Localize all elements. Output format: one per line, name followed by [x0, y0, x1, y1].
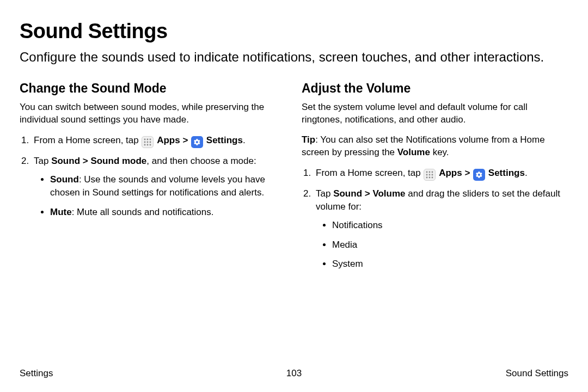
svg-point-13 — [429, 174, 431, 176]
tip-volume-key: Volume — [397, 147, 430, 157]
steps-list: From a Home screen, tap Apps > Settings.… — [20, 134, 286, 218]
settings-label: Settings — [488, 168, 525, 178]
page-intro: Configure the sounds used to indicate no… — [20, 48, 568, 66]
right-column: Adjust the Volume Set the system volume … — [302, 81, 568, 277]
step-bold: Sound > Sound mode — [51, 156, 146, 166]
step-text: From a Home screen, tap — [316, 168, 423, 178]
bullet-list: Notifications Media System — [316, 219, 568, 271]
svg-point-5 — [150, 142, 151, 143]
svg-point-0 — [144, 139, 146, 140]
step-text: From a Home screen, tap — [34, 135, 141, 145]
svg-point-1 — [147, 139, 149, 140]
tip-paragraph: Tip: You can also set the Notifications … — [302, 134, 568, 159]
chevron-text: > — [180, 135, 191, 145]
svg-point-2 — [150, 139, 151, 140]
apps-label: Apps — [157, 135, 180, 145]
apps-label: Apps — [439, 168, 462, 178]
page-footer: Settings 103 Sound Settings — [20, 368, 568, 379]
bullet-bold: Sound — [50, 174, 79, 185]
bullet-item: System — [332, 258, 568, 271]
footer-right: Sound Settings — [506, 368, 568, 379]
svg-point-9 — [426, 171, 428, 173]
step-bold: Sound > Volume — [333, 188, 405, 199]
svg-point-6 — [144, 144, 146, 146]
step-item: From a Home screen, tap Apps > Settings. — [314, 167, 568, 181]
svg-point-11 — [432, 171, 433, 173]
apps-icon — [142, 136, 154, 148]
step-item: Tap Sound > Volume and drag the sliders … — [314, 187, 568, 271]
section-desc: You can switch between sound modes, whil… — [20, 101, 286, 126]
bullet-item: Notifications — [332, 219, 568, 232]
svg-point-14 — [432, 174, 433, 176]
step-text: , and then choose a mode: — [146, 156, 256, 166]
svg-point-12 — [426, 174, 428, 176]
svg-point-3 — [144, 142, 146, 143]
bullet-list: Sound: Use the sounds and volume levels … — [34, 173, 286, 218]
content-columns: Change the Sound Mode You can switch bet… — [20, 81, 568, 277]
svg-point-7 — [147, 144, 149, 146]
settings-label: Settings — [206, 135, 243, 145]
left-column: Change the Sound Mode You can switch bet… — [20, 81, 286, 277]
bullet-item: Sound: Use the sounds and volume levels … — [50, 173, 286, 199]
svg-point-17 — [432, 177, 433, 179]
svg-point-15 — [426, 177, 428, 179]
step-text: . — [525, 168, 528, 178]
footer-page-number: 103 — [286, 368, 302, 379]
bullet-text: : Mute all sounds and notifications. — [72, 207, 214, 217]
section-desc: Set the system volume level and default … — [302, 101, 568, 126]
bullet-text: : Use the sounds and volume levels you h… — [50, 174, 265, 198]
svg-point-8 — [150, 144, 151, 146]
bullet-bold: Mute — [50, 207, 72, 217]
gear-icon — [473, 169, 485, 181]
apps-icon — [424, 169, 436, 181]
footer-left: Settings — [20, 368, 53, 379]
gear-icon — [191, 136, 203, 148]
page-title: Sound Settings — [20, 20, 568, 43]
bullet-item: Media — [332, 238, 568, 252]
bullet-item: Mute: Mute all sounds and notifications. — [50, 206, 286, 219]
steps-list: From a Home screen, tap Apps > Settings.… — [302, 167, 568, 271]
step-text: . — [243, 135, 246, 145]
svg-point-16 — [429, 177, 431, 179]
tip-label: Tip — [302, 134, 315, 145]
step-item: From a Home screen, tap Apps > Settings. — [32, 134, 286, 148]
step-text: Tap — [34, 156, 51, 166]
svg-point-10 — [429, 171, 431, 173]
chevron-text: > — [462, 168, 473, 178]
tip-text: key. — [430, 147, 449, 157]
step-item: Tap Sound > Sound mode, and then choose … — [32, 155, 286, 218]
section-heading-sound-mode: Change the Sound Mode — [20, 81, 286, 96]
section-heading-volume: Adjust the Volume — [302, 81, 568, 96]
svg-point-4 — [147, 142, 149, 143]
step-text: Tap — [316, 188, 333, 199]
